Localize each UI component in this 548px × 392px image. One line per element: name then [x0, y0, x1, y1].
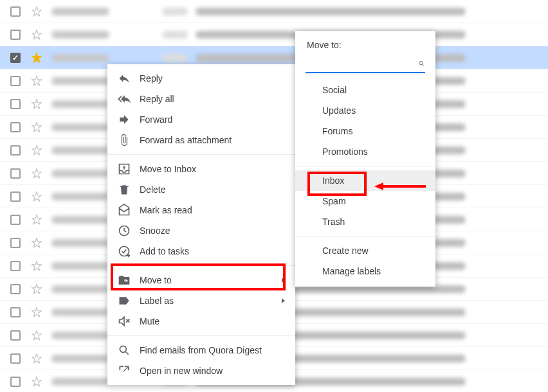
mark-read-icon [118, 204, 131, 217]
row-checkbox[interactable] [10, 353, 21, 364]
star-icon[interactable] [31, 376, 42, 388]
move-inbox-icon [118, 163, 131, 175]
row-checkbox[interactable] [10, 192, 21, 202]
row-checkbox[interactable] [10, 238, 21, 248]
move-to-icon [118, 274, 131, 287]
menu-mute[interactable]: Mute [107, 311, 295, 332]
sender-blurred [51, 77, 109, 85]
email-row[interactable] [0, 23, 548, 46]
search-icon [118, 344, 131, 357]
menu-open-new-window[interactable]: Open in new window [107, 361, 295, 381]
add-tasks-icon [118, 245, 131, 258]
row-checkbox[interactable] [10, 145, 21, 156]
subject-blurred [196, 8, 466, 15]
svg-point-2 [120, 346, 126, 352]
menu-reply-all[interactable]: Reply all [107, 89, 295, 109]
label-icon [118, 294, 131, 307]
submenu-item-spam[interactable]: Spam [295, 191, 435, 211]
submenu-caret-icon [282, 278, 285, 283]
menu-move-to[interactable]: Move to [107, 270, 295, 290]
submenu-item-inbox[interactable]: Inbox [295, 170, 435, 191]
attachment-icon [118, 134, 131, 147]
row-checkbox[interactable] [10, 53, 21, 63]
tag-blurred [162, 54, 188, 62]
row-checkbox[interactable] [10, 122, 21, 132]
submenu-item-forums[interactable]: Forums [295, 121, 435, 141]
submenu-item-promotions[interactable]: Promotions [295, 141, 435, 162]
star-icon[interactable] [31, 214, 42, 226]
sender-blurred [51, 285, 109, 293]
row-checkbox[interactable] [10, 76, 21, 86]
submenu-separator [295, 166, 435, 166]
context-menu: Reply Reply all Forward Forward as attac… [107, 64, 295, 385]
star-icon[interactable] [31, 283, 42, 295]
tag-blurred [162, 8, 188, 15]
star-icon[interactable] [31, 75, 42, 87]
star-icon[interactable] [31, 168, 42, 179]
menu-forward[interactable]: Forward [107, 109, 295, 130]
sender-blurred [51, 355, 109, 362]
sender-blurred [51, 216, 109, 224]
row-checkbox[interactable] [10, 377, 21, 387]
row-checkbox[interactable] [10, 261, 21, 271]
submenu-item-trash[interactable]: Trash [295, 211, 435, 232]
row-checkbox[interactable] [10, 330, 21, 341]
email-row[interactable] [0, 0, 548, 23]
row-checkbox[interactable] [10, 6, 21, 17]
star-icon[interactable] [31, 330, 42, 341]
menu-move-inbox-label: Move to Inbox [140, 164, 285, 174]
sender-blurred [51, 193, 109, 200]
star-icon[interactable] [31, 191, 42, 202]
menu-label-as-label: Label as [140, 296, 282, 306]
row-checkbox[interactable] [10, 30, 21, 40]
sender-blurred [51, 262, 109, 270]
menu-add-tasks-label: Add to tasks [140, 246, 285, 256]
sender-blurred [51, 308, 109, 316]
row-checkbox[interactable] [10, 284, 21, 294]
menu-mark-read[interactable]: Mark as read [107, 200, 295, 220]
submenu-search-input[interactable] [306, 58, 418, 69]
submenu-item-manage-labels[interactable]: Manage labels [295, 261, 435, 281]
star-icon[interactable] [31, 6, 42, 17]
submenu-item-updates[interactable]: Updates [295, 100, 435, 121]
menu-label-as[interactable]: Label as [107, 290, 295, 311]
menu-move-inbox[interactable]: Move to Inbox [107, 159, 295, 179]
menu-mark-read-label: Mark as read [140, 205, 285, 215]
star-icon[interactable] [31, 237, 42, 249]
submenu-item-social[interactable]: Social [295, 80, 435, 100]
sender-blurred [51, 332, 109, 339]
menu-find-emails[interactable]: Find emails from Quora Digest [107, 340, 295, 361]
menu-snooze-label: Snooze [140, 226, 285, 236]
menu-mute-label: Mute [140, 316, 285, 326]
menu-move-to-label: Move to [140, 275, 282, 285]
menu-reply[interactable]: Reply [107, 68, 295, 89]
menu-forward-attachment[interactable]: Forward as attachment [107, 130, 295, 150]
row-checkbox[interactable] [10, 168, 21, 179]
star-icon[interactable] [31, 98, 42, 110]
forward-icon [118, 113, 131, 126]
menu-delete[interactable]: Delete [107, 179, 295, 200]
submenu-item-create-new[interactable]: Create new [295, 240, 435, 261]
menu-snooze[interactable]: Snooze [107, 220, 295, 241]
open-new-window-icon [118, 364, 131, 377]
sender-blurred [51, 147, 109, 154]
row-checkbox[interactable] [10, 307, 21, 317]
delete-icon [118, 183, 131, 196]
star-icon[interactable] [31, 260, 42, 272]
menu-separator [107, 265, 295, 266]
reply-icon [118, 72, 131, 85]
menu-add-tasks[interactable]: Add to tasks [107, 241, 295, 262]
row-checkbox[interactable] [10, 99, 21, 109]
star-icon[interactable] [31, 29, 42, 40]
menu-reply-label: Reply [140, 73, 285, 84]
star-icon[interactable] [31, 145, 42, 156]
star-icon[interactable] [31, 52, 42, 64]
sender-blurred [51, 100, 109, 108]
row-checkbox[interactable] [10, 215, 21, 225]
star-icon[interactable] [31, 353, 42, 364]
star-icon[interactable] [31, 121, 42, 133]
menu-separator [107, 154, 295, 155]
sender-blurred [51, 123, 109, 131]
star-icon[interactable] [31, 307, 42, 318]
submenu-separator [295, 236, 435, 236]
